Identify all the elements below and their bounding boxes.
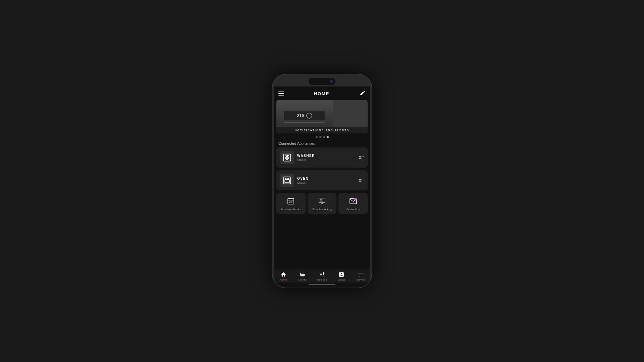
scroll-content[interactable]: 210 NOTIFICATIONS AND ALERTS Connected A… (274, 100, 370, 269)
banner-display: 210 (284, 111, 325, 120)
contact-us-icon: ! (348, 196, 358, 206)
dot-2[interactable] (319, 136, 321, 138)
washer-status-label: Status (297, 158, 359, 162)
washer-info: WASHER Status (297, 154, 359, 162)
bottom-nav: Home Control Recipes (274, 269, 370, 283)
phone-notch (272, 74, 372, 85)
nav-label-extras: Extras (337, 278, 345, 281)
banner-bar (284, 122, 325, 123)
svg-point-8 (287, 178, 288, 179)
phone-shell: HOME 210 (272, 74, 372, 288)
screen: HOME 210 (274, 86, 370, 288)
oven-icon-wrap (280, 174, 294, 187)
oven-card[interactable]: OVEN Status Off (276, 170, 368, 190)
washer-card[interactable]: WASHER Status Off (276, 147, 368, 168)
section-title-appliances: Connected Appliances (274, 140, 370, 147)
nav-item-extras[interactable]: Extras (332, 272, 351, 281)
nav-label-service: Service (356, 278, 365, 281)
svg-text:!: ! (355, 198, 356, 200)
washer-name: WASHER (297, 154, 359, 158)
extras-icon (338, 272, 344, 278)
troubleshooting-icon (317, 196, 327, 206)
svg-point-7 (285, 178, 286, 179)
svg-line-20 (322, 201, 323, 202)
carousel-dots (274, 133, 370, 140)
nav-label-control: Control (298, 278, 307, 281)
nav-item-recipes[interactable]: Recipes (312, 272, 332, 281)
notifications-banner[interactable]: 210 NOTIFICATIONS AND ALERTS (276, 100, 368, 133)
contact-us-label: Contact Us (346, 208, 360, 211)
nav-label-home: Home (280, 278, 287, 281)
svg-point-1 (285, 157, 288, 160)
svg-rect-6 (285, 180, 289, 183)
oven-name: OVEN (297, 177, 359, 180)
schedule-service-label: Schedule Service (280, 208, 301, 211)
dynamic-island (309, 78, 335, 85)
edit-icon[interactable] (360, 90, 366, 97)
washer-icon-wrap (280, 151, 294, 164)
home-icon (280, 272, 286, 278)
washer-status-value: Off (359, 156, 364, 160)
recipes-icon (319, 272, 325, 278)
svg-point-3 (285, 155, 285, 156)
schedule-service-button[interactable]: Schedule Service (276, 193, 306, 214)
contact-us-button[interactable]: ! Contact Us (338, 193, 368, 214)
service-icon (358, 272, 364, 278)
menu-icon[interactable] (278, 92, 284, 96)
svg-rect-0 (284, 154, 291, 161)
svg-rect-23 (358, 272, 363, 276)
nav-item-control[interactable]: Control (293, 272, 313, 281)
dot-4[interactable] (327, 136, 329, 138)
nav-item-service[interactable]: Service (351, 272, 370, 281)
oven-status-value: Off (359, 179, 364, 182)
svg-rect-4 (286, 155, 289, 156)
app-header: HOME (274, 86, 370, 100)
banner-circle (306, 113, 312, 119)
oven-info: OVEN Status (297, 177, 359, 184)
svg-rect-10 (288, 198, 294, 204)
svg-point-19 (320, 200, 322, 201)
page-title: HOME (314, 91, 330, 96)
banner-label: NOTIFICATIONS AND ALERTS (276, 127, 368, 133)
svg-point-2 (286, 157, 288, 159)
nav-label-recipes: Recipes (317, 278, 327, 281)
nav-item-home[interactable]: Home (274, 272, 293, 281)
control-icon (300, 272, 306, 278)
quick-actions: Schedule Service Troubleshooting (276, 193, 368, 214)
schedule-service-icon (286, 196, 296, 206)
home-indicator (274, 283, 370, 288)
troubleshooting-button[interactable]: Troubleshooting (308, 193, 337, 214)
dot-3[interactable] (323, 136, 325, 138)
dot-1[interactable] (316, 136, 318, 138)
banner-display-text: 210 (297, 114, 304, 118)
oven-status-label: Status (297, 181, 359, 184)
camera-dot (330, 80, 333, 83)
svg-point-9 (288, 178, 289, 179)
troubleshooting-label: Troubleshooting (312, 208, 331, 211)
home-bar (309, 284, 335, 285)
